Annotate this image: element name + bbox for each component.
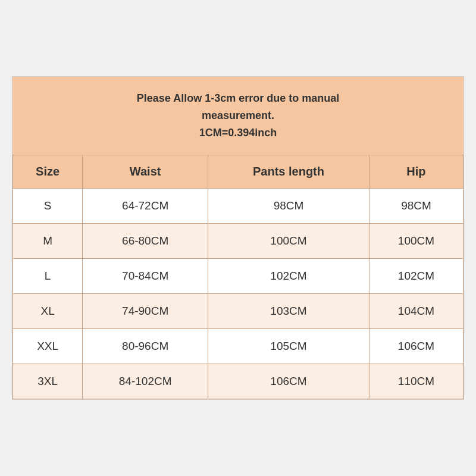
cell-size: M	[13, 223, 83, 258]
table-row: M66-80CM100CM100CM	[13, 223, 464, 258]
header-pants-length: Pants length	[208, 155, 369, 188]
cell-pants_length: 98CM	[208, 188, 369, 223]
notice-line1: Please Allow 1-3cm error due to manual	[137, 92, 339, 104]
notice-line2: measurement.	[202, 109, 274, 121]
cell-waist: 70-84CM	[83, 258, 208, 293]
cell-size: 3XL	[13, 364, 83, 399]
cell-hip: 102CM	[369, 258, 463, 293]
cell-size: L	[13, 258, 83, 293]
header-size: Size	[13, 155, 83, 188]
cell-waist: 66-80CM	[83, 223, 208, 258]
cell-size: XXL	[13, 328, 83, 364]
table-row: XXL80-96CM105CM106CM	[13, 328, 464, 364]
cell-pants_length: 106CM	[208, 364, 369, 399]
table-row: S64-72CM98CM98CM	[13, 188, 464, 223]
table-row: 3XL84-102CM106CM110CM	[13, 364, 464, 399]
cell-pants_length: 103CM	[208, 293, 369, 328]
header-hip: Hip	[369, 155, 463, 188]
table-row: L70-84CM102CM102CM	[13, 258, 464, 293]
header-waist: Waist	[83, 155, 208, 188]
cell-hip: 98CM	[369, 188, 463, 223]
cell-hip: 110CM	[369, 364, 463, 399]
table-header-row: Size Waist Pants length Hip	[13, 155, 464, 188]
cell-size: S	[13, 188, 83, 223]
cell-pants_length: 105CM	[208, 328, 369, 364]
table-body: S64-72CM98CM98CMM66-80CM100CM100CML70-84…	[13, 188, 464, 399]
table-row: XL74-90CM103CM104CM	[13, 293, 464, 328]
cell-hip: 106CM	[369, 328, 463, 364]
cell-waist: 64-72CM	[83, 188, 208, 223]
cell-size: XL	[13, 293, 83, 328]
cell-pants_length: 102CM	[208, 258, 369, 293]
cell-waist: 80-96CM	[83, 328, 208, 364]
cell-pants_length: 100CM	[208, 223, 369, 258]
notice-banner: Please Allow 1-3cm error due to manual m…	[12, 77, 464, 154]
size-chart-container: Please Allow 1-3cm error due to manual m…	[12, 76, 464, 399]
cell-waist: 84-102CM	[83, 364, 208, 399]
size-table: Size Waist Pants length Hip S64-72CM98CM…	[12, 155, 464, 399]
cell-hip: 100CM	[369, 223, 463, 258]
cell-waist: 74-90CM	[83, 293, 208, 328]
cell-hip: 104CM	[369, 293, 463, 328]
notice-line3: 1CM=0.394inch	[199, 127, 277, 139]
